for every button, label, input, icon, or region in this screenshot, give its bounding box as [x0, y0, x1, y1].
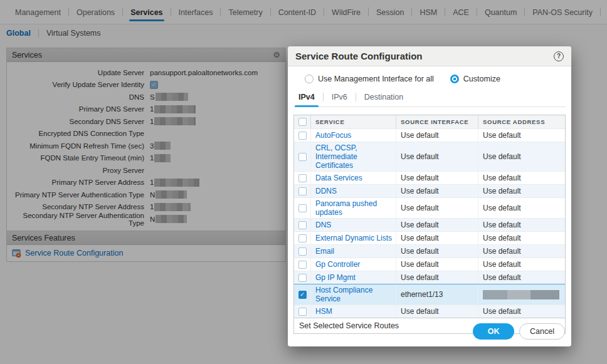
- row-checkbox-cell: [294, 245, 311, 257]
- service-link[interactable]: Host Compliance Service: [315, 284, 396, 304]
- row-checkbox-cell: [294, 271, 311, 284]
- service-cell: AutoFocus: [311, 129, 396, 142]
- service-row-dns[interactable]: DNSUse defaultUse default: [294, 218, 565, 231]
- source-address-cell: Use default: [478, 185, 565, 197]
- source-interface-cell: Use default: [396, 258, 478, 271]
- source-address-cell: Use default: [478, 258, 565, 271]
- source-interface-cell: ethernet1/13: [396, 284, 478, 304]
- row-checkbox[interactable]: [298, 234, 307, 242]
- service-row-autofocus[interactable]: AutoFocusUse defaultUse default: [294, 128, 565, 142]
- row-checkbox-cell: [294, 185, 311, 197]
- row-checkbox[interactable]: ✓: [298, 291, 307, 299]
- source-interface-cell: Use default: [396, 219, 478, 231]
- row-checkbox-cell: ✓: [294, 284, 311, 304]
- service-link[interactable]: Data Services: [315, 172, 362, 184]
- source-address-cell: Use default: [478, 232, 565, 244]
- source-interface-cell: Use default: [396, 142, 478, 171]
- service-row-host-compliance-service[interactable]: ✓Host Compliance Serviceethernet1/13: [294, 284, 565, 304]
- dialog-body: Use Management Interface for allCustomiz…: [288, 74, 571, 334]
- separator: [356, 93, 356, 101]
- row-checkbox[interactable]: [298, 308, 307, 316]
- dialog-tabs: IPv4IPv6Destination: [293, 91, 566, 107]
- source-address-cell: Use default: [478, 142, 565, 171]
- row-checkbox-cell: [294, 198, 311, 218]
- service-row-external-dynamic-lists[interactable]: External Dynamic ListsUse defaultUse def…: [294, 231, 565, 244]
- service-link[interactable]: DNS: [315, 219, 331, 231]
- service-cell: DNS: [311, 219, 396, 231]
- service-link[interactable]: External Dynamic Lists: [315, 232, 392, 244]
- row-checkbox-cell: [294, 129, 311, 142]
- service-link[interactable]: Email: [315, 246, 334, 257]
- service-row-email[interactable]: EmailUse defaultUse default: [294, 244, 565, 257]
- service-row-panorama-pushed-updates[interactable]: Panorama pushed updatesUse defaultUse de…: [294, 197, 565, 218]
- ok-button[interactable]: OK: [473, 323, 514, 340]
- source-interface-cell: Use default: [396, 305, 478, 318]
- service-cell: Email: [311, 245, 396, 257]
- service-cell: External Dynamic Lists: [311, 232, 396, 244]
- source-address-cell: Use default: [478, 198, 565, 218]
- service-link[interactable]: CRL, OCSP, Intermediate Certificates: [315, 142, 396, 171]
- dialog-tab-ipv4[interactable]: IPv4: [297, 91, 316, 107]
- service-link[interactable]: Gp IP Mgmt: [315, 272, 356, 283]
- service-cell: Gp IP Mgmt: [311, 271, 396, 284]
- row-checkbox[interactable]: [298, 132, 307, 140]
- redacted-address: [483, 290, 559, 299]
- row-checkbox[interactable]: [298, 153, 307, 161]
- source-interface-cell: Use default: [396, 245, 478, 257]
- radio-use-management-interface-for-all[interactable]: Use Management Interface for all: [305, 75, 434, 83]
- row-checkbox[interactable]: [298, 261, 307, 269]
- source-address-cell: Use default: [478, 129, 565, 142]
- source-address-cell: Use default: [478, 305, 565, 318]
- radio-circle-icon[interactable]: [450, 75, 459, 83]
- row-checkbox-cell: [294, 172, 311, 184]
- radio-customize[interactable]: Customize: [450, 75, 500, 83]
- service-row-hsm[interactable]: HSMUse defaultUse default: [294, 304, 565, 318]
- source-address-cell: Use default: [478, 172, 565, 184]
- source-address-cell: [478, 284, 565, 304]
- service-cell: Host Compliance Service: [311, 284, 396, 304]
- service-link[interactable]: Gp Controller: [315, 259, 360, 270]
- column-header-source-interface: SOURCE INTERFACE: [396, 115, 478, 128]
- row-checkbox[interactable]: [298, 204, 307, 212]
- dialog-tab-ipv6[interactable]: IPv6: [330, 91, 349, 107]
- dialog-buttons: OK Cancel: [473, 323, 565, 340]
- source-interface-cell: Use default: [396, 271, 478, 284]
- dialog-header: Service Route Configuration ?: [288, 46, 571, 66]
- service-cell: CRL, OCSP, Intermediate Certificates: [311, 142, 396, 171]
- service-row-gp-ip-mgmt[interactable]: Gp IP MgmtUse defaultUse default: [294, 271, 565, 284]
- service-row-crl-ocsp-intermediate-certificates[interactable]: CRL, OCSP, Intermediate CertificatesUse …: [294, 142, 565, 171]
- dialog-tab-destination[interactable]: Destination: [363, 91, 405, 107]
- row-checkbox[interactable]: [298, 274, 307, 282]
- radio-label: Use Management Interface for all: [318, 75, 434, 83]
- row-checkbox-cell: [294, 258, 311, 271]
- cancel-button[interactable]: Cancel: [519, 323, 565, 340]
- service-route-table: SERVICESOURCE INTERFACESOURCE ADDRESS Au…: [293, 115, 566, 334]
- row-checkbox-cell: [294, 142, 311, 171]
- service-route-dialog: Service Route Configuration ? Use Manage…: [288, 46, 571, 346]
- row-checkbox[interactable]: [298, 174, 307, 182]
- row-checkbox-cell: [294, 232, 311, 244]
- radio-circle-icon[interactable]: [305, 75, 314, 83]
- service-link[interactable]: Panorama pushed updates: [315, 198, 396, 218]
- row-checkbox[interactable]: [298, 187, 307, 195]
- dialog-title: Service Route Configuration: [295, 51, 423, 61]
- service-cell: DDNS: [311, 185, 396, 197]
- source-address-cell: Use default: [478, 219, 565, 231]
- service-link[interactable]: HSM: [315, 306, 332, 317]
- service-row-gp-controller[interactable]: Gp ControllerUse defaultUse default: [294, 257, 565, 271]
- row-checkbox[interactable]: [298, 221, 307, 229]
- service-row-data-services[interactable]: Data ServicesUse defaultUse default: [294, 171, 565, 184]
- radio-label: Customize: [463, 75, 500, 83]
- service-link[interactable]: AutoFocus: [315, 130, 351, 141]
- header-checkbox-cell: [294, 115, 311, 128]
- source-address-cell: Use default: [478, 245, 565, 257]
- service-cell: Data Services: [311, 172, 396, 184]
- service-row-ddns[interactable]: DDNSUse defaultUse default: [294, 184, 565, 197]
- column-header-source-address: SOURCE ADDRESS: [478, 115, 565, 128]
- source-address-cell: Use default: [478, 271, 565, 284]
- service-cell: Panorama pushed updates: [311, 198, 396, 218]
- select-all-checkbox[interactable]: [298, 118, 307, 126]
- service-link[interactable]: DDNS: [315, 185, 337, 197]
- row-checkbox[interactable]: [298, 247, 307, 256]
- help-icon[interactable]: ?: [554, 51, 564, 61]
